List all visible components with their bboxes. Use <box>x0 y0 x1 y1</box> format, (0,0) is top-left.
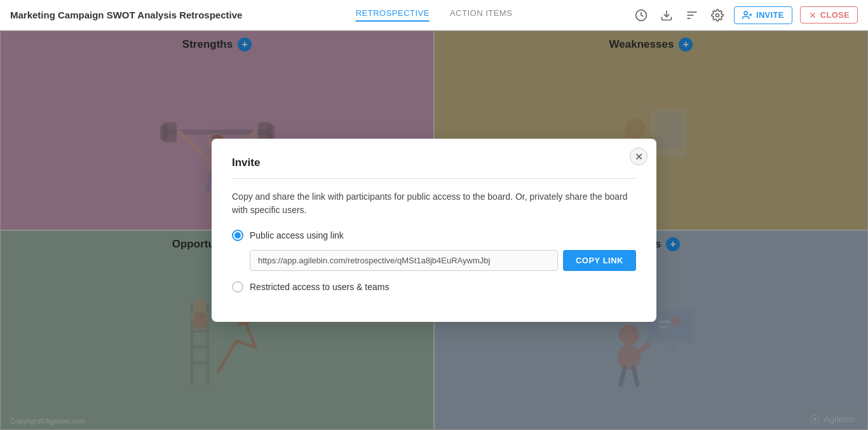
link-row: COPY LINK <box>250 250 636 271</box>
modal-title: Invite <box>232 156 636 169</box>
restricted-access-radio[interactable] <box>232 281 243 293</box>
svg-point-5 <box>716 13 719 17</box>
modal-description: Copy and share the link with participant… <box>232 190 636 217</box>
header-actions: INVITE CLOSE <box>632 6 858 24</box>
page-title: Marketing Campaign SWOT Analysis Retrosp… <box>10 10 242 20</box>
invite-button[interactable]: INVITE <box>734 6 792 24</box>
tab-action-items[interactable]: ACTION ITEMS <box>450 8 512 22</box>
download-icon-button[interactable] <box>658 6 675 24</box>
public-access-option[interactable]: Public access using link <box>232 230 636 241</box>
copy-link-button[interactable]: COPY LINK <box>563 250 636 271</box>
tab-retrospective[interactable]: RETROSPECTIVE <box>356 8 430 22</box>
board: Strengths + <box>0 31 868 430</box>
public-access-radio[interactable] <box>232 230 243 241</box>
public-access-label: Public access using link <box>250 230 344 240</box>
close-button[interactable]: CLOSE <box>800 6 858 24</box>
header: Marketing Campaign SWOT Analysis Retrosp… <box>0 0 868 31</box>
modal-close-button[interactable]: ✕ <box>630 148 648 165</box>
modal-divider <box>232 178 636 179</box>
modal-overlay: Invite ✕ Copy and share the link with pa… <box>0 31 868 430</box>
link-input[interactable] <box>250 250 558 271</box>
invite-modal: Invite ✕ Copy and share the link with pa… <box>212 139 656 322</box>
restricted-access-label: Restricted access to users & teams <box>250 282 389 292</box>
settings-icon-button[interactable] <box>709 6 726 24</box>
svg-point-6 <box>744 11 747 15</box>
clock-icon-button[interactable] <box>632 6 650 24</box>
sort-icon-button[interactable] <box>683 6 701 24</box>
restricted-access-option[interactable]: Restricted access to users & teams <box>232 281 636 293</box>
radio-inner-dot <box>234 232 241 239</box>
nav-tabs: RETROSPECTIVE ACTION ITEMS <box>356 8 513 22</box>
